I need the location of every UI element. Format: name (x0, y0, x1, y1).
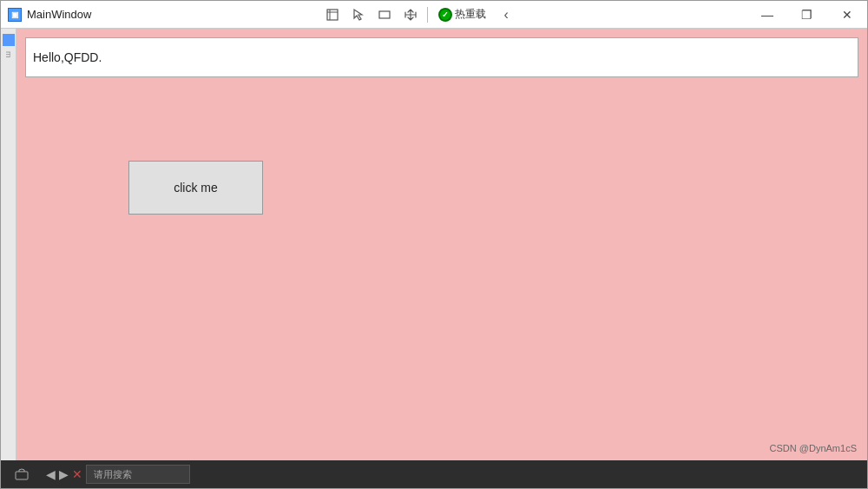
taskbar-search-box[interactable]: 请用搜索 (86, 465, 190, 484)
click-me-button[interactable]: click me (128, 161, 263, 215)
svg-rect-3 (379, 11, 390, 18)
toolbar-btn-select[interactable] (346, 3, 371, 26)
toolbar-btn-edit[interactable] (320, 3, 345, 26)
main-content: Hello,QFDD. click me CSDN @DynAm1cS (16, 29, 867, 460)
maximize-button[interactable]: ❐ (787, 1, 827, 29)
hot-reload-button[interactable]: ✓ 热重载 (432, 4, 492, 24)
left-sidebar: m (1, 29, 16, 460)
text-display-value: Hello,QFDD. (33, 50, 102, 64)
taskbar-controls: ◀ ▶ ✕ (46, 467, 82, 481)
taskbar-search-text: 请用搜索 (94, 468, 132, 481)
left-sidebar-label: m (4, 51, 13, 58)
content-area: m Hello,QFDD. click me CSDN @DynAm1cS (1, 29, 867, 460)
toolbar-btn-rect[interactable] (372, 3, 397, 26)
svg-rect-0 (327, 10, 338, 20)
window-title: MainWindow (27, 8, 91, 21)
watermark: CSDN @DynAm1cS (770, 443, 857, 453)
taskbar: ◀ ▶ ✕ 请用搜索 (1, 460, 867, 488)
hot-reload-label: 热重载 (455, 7, 486, 22)
text-display-box[interactable]: Hello,QFDD. (25, 37, 858, 77)
hot-reload-icon: ✓ (438, 8, 452, 22)
taskbar-stop-icon[interactable]: ✕ (72, 467, 82, 481)
toolbar-btn-chevron[interactable]: ‹ (494, 3, 518, 26)
window-controls: — ❐ ✕ (747, 1, 867, 29)
minimize-button[interactable]: — (747, 1, 787, 29)
close-button[interactable]: ✕ (827, 1, 867, 29)
title-bar: ▣ MainWindow (1, 1, 867, 29)
toolbar-separator (427, 7, 428, 23)
taskbar-forward-icon[interactable]: ▶ (59, 467, 69, 481)
svg-rect-4 (16, 472, 28, 479)
left-sidebar-indicator (3, 34, 15, 46)
window-icon: ▣ (8, 8, 22, 22)
title-toolbar: ✓ 热重载 ‹ (313, 3, 525, 26)
taskbar-icons (8, 466, 36, 483)
main-window: ▣ MainWindow (0, 0, 868, 489)
taskbar-back-icon[interactable]: ◀ (46, 467, 56, 481)
toolbar-btn-move[interactable] (398, 3, 423, 26)
title-bar-left: ▣ MainWindow (1, 8, 91, 22)
